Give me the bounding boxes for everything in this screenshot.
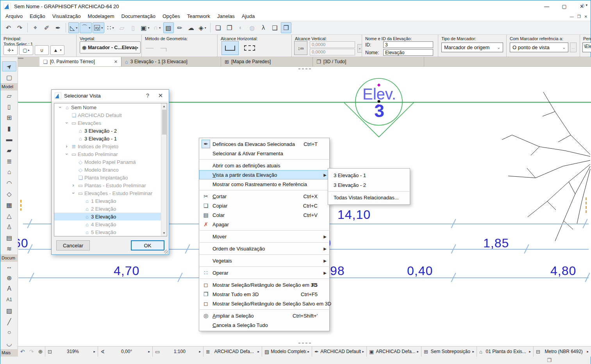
menu-modelagem[interactable]: Modelagem — [84, 12, 118, 21]
grid-snap-button[interactable]: ∷▾ — [105, 22, 116, 33]
mdi-minimize-icon[interactable]: — — [570, 14, 574, 19]
back-button[interactable]: ↶ — [20, 348, 25, 355]
tab-close-icon[interactable]: ✕ — [110, 59, 118, 64]
find-select-button[interactable]: ⌖ — [30, 22, 41, 33]
menu-item-mostrar-selecao-retangulo-de-selecao-salvo[interactable]: ◻Mostrar Seleção/Retângulo de Seleção Sa… — [199, 299, 329, 308]
collapse-icon[interactable]: › — [64, 151, 70, 158]
tree-item-modelo-branco[interactable]: ◇Modelo Branco — [54, 166, 167, 174]
redo-button[interactable]: ↷ — [14, 22, 25, 33]
tree-item-3-elevacao-2[interactable]: ⌂3 Elevação - 2 — [54, 127, 167, 135]
axonometry-view-button[interactable]: ❐ — [224, 22, 235, 33]
tab-0-pavimento-terreo[interactable]: ❏[0. Pavimento Térreo]✕ — [39, 57, 121, 66]
tree-item-2-elevacao[interactable]: ⌂2 Elevação — [54, 205, 167, 213]
menu-item-ampliar-a-selecao[interactable]: ◎Ampliar a SeleçãoCtrl+Shift+' — [199, 311, 329, 320]
text-tool[interactable]: A — [2, 284, 16, 294]
menu-item-copiar[interactable]: ❏CopiarCtrl+C — [199, 201, 329, 210]
menu-item-definicoes-da-elevacao-selecionada[interactable]: ✒Definicoes da Elevacao SelecionadaCtrl+… — [199, 139, 329, 149]
trace-reference-button[interactable]: ▣▾ — [139, 22, 151, 33]
morph-tool[interactable]: △ — [2, 211, 16, 221]
layer-combination-control[interactable]: ≣ARCHICAD Defa...▸ — [204, 346, 262, 357]
arrow-tool[interactable]: ➤ — [2, 61, 16, 71]
scale-control[interactable]: ▭1:100▸ — [153, 346, 204, 357]
window-tool[interactable]: ⊞ — [2, 112, 16, 123]
guide-lines-button[interactable]: ◺▾ — [68, 22, 79, 33]
cascade-windows-icon[interactable]: ❐ — [547, 357, 552, 363]
ok-button[interactable]: OK — [131, 240, 164, 250]
resize-grip[interactable] — [164, 250, 168, 254]
collapse-icon[interactable]: › — [57, 104, 63, 111]
coordinate-input-button[interactable]: xy▾ — [93, 22, 104, 33]
marker-reference-select[interactable]: O ponto de vista ⌄ — [510, 43, 568, 52]
mesh-tool[interactable]: ≋ — [2, 243, 16, 254]
collapse-icon[interactable]: › — [71, 190, 76, 197]
vertical-range-bottom-field[interactable]: 0,0000 — [310, 49, 355, 55]
dimension-text[interactable]: 4,80 — [550, 264, 576, 278]
menu-edicao[interactable]: Edição — [26, 12, 49, 21]
marquee-transform-button[interactable]: ▧ — [163, 22, 174, 33]
expand-icon[interactable]: › — [63, 144, 70, 149]
skylight-tool[interactable]: ◇ — [2, 189, 16, 199]
tree-item-5-elevacao[interactable]: ⌂5 Elevação — [54, 228, 167, 236]
tab-mapa-de-paredes[interactable]: ⊞[Mapa de Paredes] — [221, 57, 313, 66]
tree-item-indices-de-projeto[interactable]: ›≣Indices de Projeto — [54, 142, 167, 150]
toolbox-section-mais[interactable]: Mais — [0, 349, 18, 357]
menu-item-mostrar-tudo-em-3d[interactable]: ❐Mostrar Tudo em 3DCtrl+F5 — [199, 289, 329, 299]
dimension-text[interactable]: 1,85 — [483, 236, 509, 250]
menu-item-ordem-de-visualizacao[interactable]: Ordem de Visualização▶ — [199, 244, 329, 253]
undo-button[interactable]: ↶ — [3, 22, 14, 33]
menu-item-cortar[interactable]: ✂CortarCtrl+X — [199, 192, 329, 201]
favorites-button[interactable]: ☁ — [186, 22, 196, 33]
inject-parameters-button[interactable]: ✒ — [53, 22, 63, 33]
edit-mode-button[interactable]: ✏ — [175, 22, 185, 33]
scroll-down-icon[interactable]: ▼ — [161, 230, 167, 236]
wall-tool[interactable]: ▱ — [2, 91, 16, 101]
beam-tool[interactable]: ▬ — [2, 134, 16, 144]
roof-tool[interactable]: ⌂ — [2, 167, 16, 177]
horizontal-range-limited-button[interactable] — [221, 41, 239, 55]
mdi-window-controls[interactable]: —❐✕ — [570, 12, 587, 21]
dialog-help-button[interactable]: ? — [143, 92, 153, 99]
toolbox-section-model[interactable]: Model — [0, 83, 18, 91]
fill-tool[interactable]: ▨ — [2, 305, 16, 316]
object-tool[interactable]: ♙ — [2, 222, 16, 232]
slab-tool[interactable]: ▰ — [2, 145, 16, 155]
horizontal-range-infinite-button[interactable] — [241, 41, 258, 55]
tab-3-elevacao-1-3-elevacao[interactable]: ⌂3 Elevação - 1 [3 Elevacao] — [121, 57, 221, 66]
tree-item-modelo-papel-panama[interactable]: ◇Modelo Papel Panamá — [54, 158, 167, 166]
marker-type-select[interactable]: Marcador de origem ⌄ — [441, 43, 503, 52]
scrollbar-thumb[interactable] — [162, 110, 166, 135]
mdi-close-icon[interactable]: ✕ — [584, 14, 587, 19]
marker-reference-more-button[interactable]: ... — [570, 43, 577, 52]
organizer-publisher-button[interactable]: ❒ — [281, 22, 291, 33]
curtain-wall-tool[interactable]: ▦ — [2, 200, 16, 210]
menu-item-cancela-a-selecao-tudo[interactable]: Cancela a Seleção Tudo — [199, 320, 329, 330]
toolbox-section-docum[interactable]: Docum — [0, 254, 18, 262]
expand-icon[interactable]: › — [70, 183, 77, 188]
menu-item-mover[interactable]: Mover▶ — [199, 232, 329, 241]
geometry-broken-icon[interactable]: ─┐ — [161, 45, 168, 51]
menu-item-selecionar-ativar-ferramenta[interactable]: Selecionar & Ativar Ferramenta — [199, 149, 329, 158]
minimize-button[interactable]: — — [538, 0, 555, 12]
dimension-text[interactable]: 60 — [18, 236, 29, 250]
circle-tool[interactable]: ○ — [2, 327, 16, 337]
rotate-orient-view-button[interactable]: ◈▾ — [197, 22, 208, 33]
tree-item-estudo-preliminar[interactable]: ›▭Estudo Preliminar — [54, 150, 167, 158]
menu-item-colar[interactable]: ▤ColarCtrl+V — [199, 210, 329, 220]
menu-item-mostrar-como-rastreamento-e-referencia[interactable]: Mostrar como Rastreamento e Referência — [199, 179, 329, 189]
tree-item-elevacoes[interactable]: ›▭Elevações — [54, 119, 167, 127]
tree-item-3-elevacao[interactable]: ⌂3 Elevação — [54, 213, 167, 220]
zoom-in-button[interactable]: ⊕ — [38, 348, 43, 355]
dimension-tool[interactable]: ↔ — [2, 262, 16, 272]
tree-item-elevacoes-estudo-preliminar[interactable]: ›▭Elevações - Estudo Preliminar — [54, 189, 167, 197]
dimension-text[interactable]: 0,40 — [407, 264, 433, 278]
dimension-standard-control[interactable]: ▣ARCHICAD Defa...▸ — [367, 346, 421, 357]
menu-item-mostrar-selecao-retangulo-de-selecao-em-3d[interactable]: ◻Mostrar Seleção/Retângulo de Seleção em… — [199, 280, 329, 289]
dialog-title-bar[interactable]: Selecionar Vista ? ✕ — [52, 90, 169, 101]
zone-tool[interactable]: ▤ — [2, 233, 16, 243]
pane-split-handle-bottom[interactable] — [298, 343, 312, 344]
shell-tool[interactable]: ◠ — [2, 178, 16, 188]
id-field[interactable]: 3 — [383, 41, 433, 48]
dimension-text[interactable]: 14,10 — [337, 208, 371, 222]
menu-visualizacao[interactable]: Visualização — [49, 12, 84, 21]
arrow-tool-settings-button[interactable]: ✛▸ — [4, 45, 18, 55]
